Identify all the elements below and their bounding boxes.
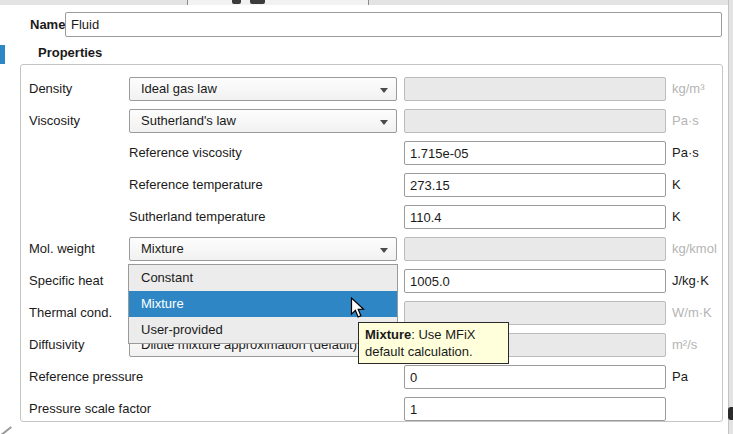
row-reference-viscosity: Reference viscosity Pa·s <box>21 137 724 169</box>
cropped-window-edge <box>728 0 733 434</box>
reference-viscosity-unit: Pa·s <box>672 137 699 169</box>
chevron-down-icon <box>380 248 388 253</box>
reference-temperature-input[interactable] <box>404 173 666 197</box>
density-model-value: Ideal gas law <box>141 81 217 96</box>
cropped-toolbar-tab <box>187 0 369 5</box>
reference-viscosity-input[interactable] <box>404 141 666 165</box>
cropped-edge-icon <box>728 407 733 420</box>
cropped-corner-glyph <box>0 422 12 434</box>
row-reference-pressure: Reference pressure Pa <box>21 361 724 393</box>
chevron-down-icon <box>380 88 388 93</box>
pressure-scale-factor-input[interactable] <box>404 397 666 421</box>
mol-weight-model-dropdown[interactable]: Mixture <box>129 237 397 261</box>
cropped-toolbar-strip <box>0 0 733 5</box>
row-viscosity: Viscosity Sutherland's law Pa·s <box>21 105 724 137</box>
mouse-cursor-icon <box>350 297 365 319</box>
specific-heat-unit: J/kg·K <box>672 265 709 297</box>
section-accent-bar <box>0 45 5 64</box>
row-density: Density Ideal gas law kg/m³ <box>21 73 724 105</box>
mixture-tooltip: Mixture: Use MFiX default calculation. <box>358 322 509 364</box>
viscosity-value-input <box>404 109 666 133</box>
row-sutherland-temperature: Sutherland temperature K <box>21 201 724 233</box>
properties-groupbox: Density Ideal gas law kg/m³ Viscosity Su… <box>20 64 723 422</box>
specific-heat-label: Specific heat <box>29 265 103 297</box>
mol-weight-model-value: Mixture <box>141 241 184 256</box>
specific-heat-input[interactable] <box>404 269 666 293</box>
thermal-conductivity-unit: W/m·K <box>672 297 712 329</box>
fluid-properties-pane: Name Properties Density Ideal gas law kg… <box>0 0 733 434</box>
reference-viscosity-label: Reference viscosity <box>129 137 242 169</box>
dropdown-item-user-provided[interactable]: User-provided <box>129 317 397 343</box>
diffusivity-unit: m²/s <box>672 329 697 361</box>
mol-weight-value-input <box>404 237 666 261</box>
row-reference-temperature: Reference temperature K <box>21 169 724 201</box>
row-pressure-scale-factor: Pressure scale factor <box>21 393 724 425</box>
reference-temperature-label: Reference temperature <box>129 169 263 201</box>
name-input[interactable] <box>65 12 722 37</box>
section-title: Properties <box>38 43 102 63</box>
cropped-toolbar-icon <box>232 0 241 4</box>
viscosity-unit: Pa·s <box>672 105 699 137</box>
reference-pressure-input[interactable] <box>404 365 666 389</box>
sutherland-temperature-label: Sutherland temperature <box>129 201 266 233</box>
density-value-input <box>404 77 666 101</box>
diffusivity-label: Diffusivity <box>29 329 84 361</box>
sutherland-temperature-input[interactable] <box>404 205 666 229</box>
density-label: Density <box>29 73 72 105</box>
reference-pressure-label: Reference pressure <box>29 361 143 393</box>
density-model-dropdown[interactable]: Ideal gas law <box>129 77 397 101</box>
chevron-down-icon <box>380 120 388 125</box>
tooltip-term: Mixture <box>365 327 411 342</box>
sutherland-temperature-unit: K <box>672 201 681 233</box>
viscosity-label: Viscosity <box>29 105 80 137</box>
viscosity-model-dropdown[interactable]: Sutherland's law <box>129 109 397 133</box>
density-unit: kg/m³ <box>672 73 705 105</box>
thermal-conductivity-label: Thermal cond. <box>29 297 112 329</box>
pressure-scale-factor-label: Pressure scale factor <box>29 393 151 425</box>
row-mol-weight: Mol. weight Mixture kg/kmol <box>21 233 724 265</box>
mol-weight-label: Mol. weight <box>29 233 95 265</box>
dropdown-item-constant[interactable]: Constant <box>129 265 397 291</box>
reference-temperature-unit: K <box>672 169 681 201</box>
reference-pressure-unit: Pa <box>672 361 688 393</box>
name-label: Name <box>30 12 65 37</box>
viscosity-model-value: Sutherland's law <box>141 113 236 128</box>
mol-weight-unit: kg/kmol <box>672 233 717 265</box>
cropped-toolbar-icon <box>250 0 265 4</box>
